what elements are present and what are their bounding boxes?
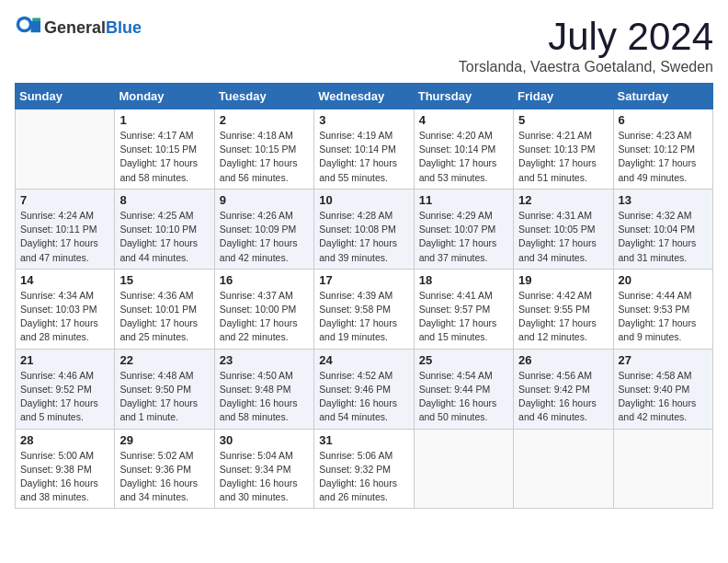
day-number: 23 [220, 353, 309, 367]
calendar-week-row: 21Sunrise: 4:46 AM Sunset: 9:52 PM Dayli… [16, 349, 713, 429]
calendar-cell: 16Sunrise: 4:37 AM Sunset: 10:00 PM Dayl… [214, 269, 313, 349]
day-number: 29 [119, 433, 209, 447]
calendar-header-row: SundayMondayTuesdayWednesdayThursdayFrid… [16, 84, 713, 109]
calendar-cell: 29Sunrise: 5:02 AM Sunset: 9:36 PM Dayli… [115, 429, 214, 509]
calendar-week-row: 7Sunrise: 4:24 AM Sunset: 10:11 PM Dayli… [16, 189, 713, 269]
calendar-cell: 17Sunrise: 4:39 AM Sunset: 9:58 PM Dayli… [314, 269, 414, 349]
day-info: Sunrise: 4:31 AM Sunset: 10:05 PM Daylig… [518, 209, 608, 265]
day-number: 15 [119, 273, 209, 287]
day-number: 26 [518, 353, 608, 367]
logo-text-general: General [44, 18, 106, 37]
day-info: Sunrise: 4:29 AM Sunset: 10:07 PM Daylig… [419, 209, 508, 265]
day-number: 10 [319, 193, 408, 207]
day-info: Sunrise: 4:50 AM Sunset: 9:48 PM Dayligh… [220, 369, 309, 425]
calendar-cell [414, 429, 513, 509]
calendar-cell [16, 109, 115, 190]
day-info: Sunrise: 4:39 AM Sunset: 9:58 PM Dayligh… [319, 289, 408, 345]
day-number: 4 [419, 113, 508, 127]
day-info: Sunrise: 5:00 AM Sunset: 9:38 PM Dayligh… [20, 449, 109, 505]
day-info: Sunrise: 4:17 AM Sunset: 10:15 PM Daylig… [119, 129, 209, 185]
calendar-cell: 30Sunrise: 5:04 AM Sunset: 9:34 PM Dayli… [214, 429, 313, 509]
day-of-week-header: Wednesday [314, 84, 414, 109]
calendar-cell: 13Sunrise: 4:32 AM Sunset: 10:04 PM Dayl… [613, 189, 712, 269]
calendar-cell: 19Sunrise: 4:42 AM Sunset: 9:55 PM Dayli… [514, 269, 613, 349]
calendar-cell: 1Sunrise: 4:17 AM Sunset: 10:15 PM Dayli… [115, 109, 214, 190]
calendar-cell: 25Sunrise: 4:54 AM Sunset: 9:44 PM Dayli… [414, 349, 513, 429]
day-number: 30 [220, 433, 309, 447]
page-header: GeneralBlue July 2024 Torslanda, Vaestra… [15, 15, 713, 75]
day-info: Sunrise: 4:44 AM Sunset: 9:53 PM Dayligh… [619, 289, 708, 345]
day-number: 3 [319, 113, 408, 127]
day-number: 13 [619, 193, 708, 207]
day-info: Sunrise: 4:58 AM Sunset: 9:40 PM Dayligh… [619, 369, 708, 425]
day-info: Sunrise: 4:36 AM Sunset: 10:01 PM Daylig… [119, 289, 209, 345]
calendar-cell: 11Sunrise: 4:29 AM Sunset: 10:07 PM Dayl… [414, 189, 513, 269]
day-of-week-header: Saturday [613, 84, 712, 109]
day-number: 18 [419, 273, 508, 287]
svg-marker-2 [31, 21, 41, 32]
day-of-week-header: Sunday [16, 84, 115, 109]
day-of-week-header: Friday [514, 84, 613, 109]
day-number: 5 [518, 113, 608, 127]
day-info: Sunrise: 4:26 AM Sunset: 10:09 PM Daylig… [220, 209, 309, 265]
day-info: Sunrise: 5:02 AM Sunset: 9:36 PM Dayligh… [119, 449, 209, 505]
day-info: Sunrise: 4:19 AM Sunset: 10:14 PM Daylig… [319, 129, 408, 185]
calendar-table: SundayMondayTuesdayWednesdayThursdayFrid… [15, 83, 713, 509]
logo-icon [15, 15, 40, 40]
day-number: 9 [220, 193, 309, 207]
day-info: Sunrise: 4:42 AM Sunset: 9:55 PM Dayligh… [518, 289, 608, 345]
day-number: 12 [518, 193, 608, 207]
month-title: July 2024 [459, 15, 713, 59]
day-number: 19 [518, 273, 608, 287]
day-info: Sunrise: 4:34 AM Sunset: 10:03 PM Daylig… [20, 289, 109, 345]
day-number: 22 [119, 353, 209, 367]
calendar-cell: 7Sunrise: 4:24 AM Sunset: 10:11 PM Dayli… [16, 189, 115, 269]
day-info: Sunrise: 4:18 AM Sunset: 10:15 PM Daylig… [220, 129, 309, 185]
calendar-cell: 26Sunrise: 4:56 AM Sunset: 9:42 PM Dayli… [514, 349, 613, 429]
day-number: 16 [220, 273, 309, 287]
calendar-cell: 12Sunrise: 4:31 AM Sunset: 10:05 PM Dayl… [514, 189, 613, 269]
calendar-cell: 14Sunrise: 4:34 AM Sunset: 10:03 PM Dayl… [16, 269, 115, 349]
day-number: 2 [220, 113, 309, 127]
day-of-week-header: Tuesday [214, 84, 313, 109]
day-info: Sunrise: 5:04 AM Sunset: 9:34 PM Dayligh… [220, 449, 309, 505]
day-info: Sunrise: 4:46 AM Sunset: 9:52 PM Dayligh… [20, 369, 109, 425]
day-info: Sunrise: 4:20 AM Sunset: 10:14 PM Daylig… [419, 129, 508, 185]
day-info: Sunrise: 4:37 AM Sunset: 10:00 PM Daylig… [220, 289, 309, 345]
day-number: 6 [619, 113, 708, 127]
day-info: Sunrise: 4:24 AM Sunset: 10:11 PM Daylig… [20, 209, 109, 265]
day-number: 7 [20, 193, 109, 207]
calendar-cell: 9Sunrise: 4:26 AM Sunset: 10:09 PM Dayli… [214, 189, 313, 269]
calendar-cell [613, 429, 712, 509]
day-number: 31 [319, 433, 408, 447]
calendar-cell: 28Sunrise: 5:00 AM Sunset: 9:38 PM Dayli… [16, 429, 115, 509]
calendar-cell: 23Sunrise: 4:50 AM Sunset: 9:48 PM Dayli… [214, 349, 313, 429]
day-info: Sunrise: 4:41 AM Sunset: 9:57 PM Dayligh… [419, 289, 508, 345]
day-number: 21 [20, 353, 109, 367]
calendar-cell: 21Sunrise: 4:46 AM Sunset: 9:52 PM Dayli… [16, 349, 115, 429]
day-number: 25 [419, 353, 508, 367]
day-number: 27 [619, 353, 708, 367]
calendar-week-row: 28Sunrise: 5:00 AM Sunset: 9:38 PM Dayli… [16, 429, 713, 509]
day-of-week-header: Monday [115, 84, 214, 109]
calendar-week-row: 1Sunrise: 4:17 AM Sunset: 10:15 PM Dayli… [16, 109, 713, 190]
calendar-cell: 24Sunrise: 4:52 AM Sunset: 9:46 PM Dayli… [314, 349, 414, 429]
day-info: Sunrise: 5:06 AM Sunset: 9:32 PM Dayligh… [319, 449, 408, 505]
logo-text-blue: Blue [106, 18, 142, 37]
calendar-cell: 3Sunrise: 4:19 AM Sunset: 10:14 PM Dayli… [314, 109, 414, 190]
calendar-cell: 6Sunrise: 4:23 AM Sunset: 10:12 PM Dayli… [613, 109, 712, 190]
day-info: Sunrise: 4:52 AM Sunset: 9:46 PM Dayligh… [319, 369, 408, 425]
day-number: 11 [419, 193, 508, 207]
day-number: 20 [619, 273, 708, 287]
calendar-cell: 15Sunrise: 4:36 AM Sunset: 10:01 PM Dayl… [115, 269, 214, 349]
svg-point-1 [19, 19, 29, 29]
calendar-cell: 18Sunrise: 4:41 AM Sunset: 9:57 PM Dayli… [414, 269, 513, 349]
day-info: Sunrise: 4:23 AM Sunset: 10:12 PM Daylig… [619, 129, 708, 185]
calendar-cell: 4Sunrise: 4:20 AM Sunset: 10:14 PM Dayli… [414, 109, 513, 190]
day-info: Sunrise: 4:48 AM Sunset: 9:50 PM Dayligh… [119, 369, 209, 425]
location-subtitle: Torslanda, Vaestra Goetaland, Sweden [459, 59, 713, 75]
calendar-cell: 31Sunrise: 5:06 AM Sunset: 9:32 PM Dayli… [314, 429, 414, 509]
svg-marker-3 [32, 18, 40, 22]
day-info: Sunrise: 4:54 AM Sunset: 9:44 PM Dayligh… [419, 369, 508, 425]
day-of-week-header: Thursday [414, 84, 513, 109]
